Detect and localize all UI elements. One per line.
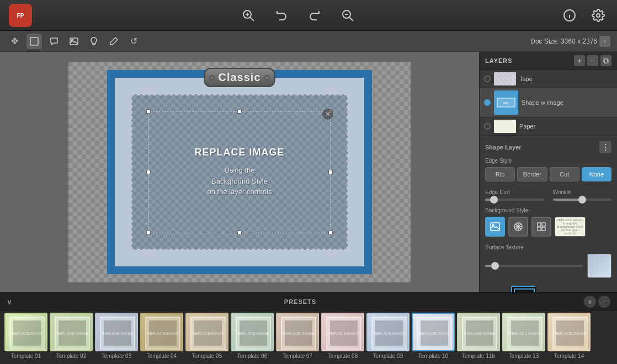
preset-label-04: Template 04 (147, 353, 177, 359)
refresh-tool[interactable]: ↺ (126, 34, 141, 49)
edge-curl-thumb[interactable] (490, 196, 498, 204)
main-content: Classic (0, 52, 617, 292)
preset-item-14[interactable]: REPLACE IMAGETemplate 14 (547, 313, 591, 359)
preset-item-07[interactable]: REPLACE IMAGETemplate 07 (276, 313, 319, 359)
svg-text:REPLACE IMAGE: REPLACE IMAGE (192, 331, 224, 335)
svg-point-27 (605, 144, 606, 145)
canvas-background: Classic (68, 62, 411, 282)
preset-thumb-06: REPLACE IMAGE (231, 313, 274, 351)
svg-text:REPLACE IMAGE: REPLACE IMAGE (147, 331, 179, 335)
edge-border-button[interactable]: Border (517, 167, 547, 181)
preset-label-06: Template 06 (237, 353, 267, 359)
edge-none-button[interactable]: None (582, 167, 611, 181)
speech-tool[interactable] (46, 34, 62, 49)
bg-style-thumbnail: REPLACE IMAGE Using the Background Style… (555, 217, 586, 237)
handle-bm[interactable] (237, 231, 242, 235)
layer-item-paper[interactable]: Paper (480, 117, 617, 136)
preset-label-11b: Template 11b (462, 353, 495, 359)
rect-tool[interactable] (26, 34, 42, 49)
layer-radio-shape-w-image[interactable] (484, 99, 491, 106)
layer-item-tape[interactable]: Tape (480, 70, 617, 88)
info-button[interactable] (560, 6, 579, 25)
surface-texture-track[interactable] (485, 265, 583, 267)
edge-curl-track[interactable] (485, 199, 544, 201)
sub-toolbar: ✥ ↺ Doc Size: 3360 x 2376 › (0, 31, 617, 52)
edge-curl-slider[interactable] (485, 199, 544, 201)
lightbulb-tool[interactable] (86, 34, 102, 49)
preset-item-02[interactable]: REPLACE IMAGETemplate 02 (50, 313, 93, 359)
edge-cut-button[interactable]: Cut (550, 167, 579, 181)
image-tool[interactable] (66, 34, 82, 49)
handle-bl[interactable] (146, 231, 151, 235)
surface-texture-preview (587, 254, 611, 278)
add-preset-button[interactable]: + (584, 296, 596, 308)
settings-button[interactable] (588, 6, 608, 25)
preset-item-10[interactable]: REPLACE IMAGETemplate 10 (412, 313, 455, 359)
shape-layer-title: Shape Layer (485, 141, 611, 153)
edge-curl-label: Edge Curl (485, 189, 544, 195)
zoom-out-button[interactable] (338, 6, 358, 25)
edge-rip-button[interactable]: Rip (485, 167, 515, 181)
preset-thumb-09: REPLACE IMAGE (366, 313, 409, 351)
move-tool[interactable]: ✥ (7, 34, 22, 49)
preset-item-01[interactable]: REPLACE IMAGETemplate 01 (4, 313, 47, 359)
wrinkle-track[interactable] (553, 199, 612, 201)
preset-item-06[interactable]: REPLACE IMAGETemplate 06 (231, 313, 274, 359)
svg-text:FP: FP (17, 13, 24, 19)
canvas-area: Classic (0, 52, 479, 292)
layer-label-paper: Paper (519, 123, 613, 130)
layer-item-shape-w-image[interactable]: IMG Shape w image (480, 88, 617, 117)
presets-toggle-button[interactable]: ∨ (7, 297, 12, 306)
surface-texture-thumb[interactable] (491, 262, 499, 270)
expand-button[interactable]: › (599, 36, 610, 47)
zoom-in-button[interactable] (238, 6, 258, 25)
preset-label-10: Template 10 (418, 353, 448, 359)
preset-item-11b[interactable]: REPLACE IMAGETemplate 11b (457, 313, 500, 359)
preset-item-04[interactable]: REPLACE IMAGETemplate 04 (140, 313, 183, 359)
preset-item-03[interactable]: REPLACE IMAGETemplate 03 (95, 313, 138, 359)
copy-layer-button[interactable]: ⧉ (600, 55, 611, 66)
inner-image-area[interactable]: ✕ REPLACE IMAGE Using the Background Sty… (131, 94, 348, 250)
redo-button[interactable] (305, 6, 325, 25)
layer-thumb-shape-w-image: IMG (494, 90, 518, 115)
preset-item-08[interactable]: REPLACE IMAGETemplate 08 (321, 313, 364, 359)
remove-preset-button[interactable]: − (598, 296, 610, 308)
handle-lm[interactable] (146, 170, 151, 174)
svg-text:IMG: IMG (503, 101, 509, 105)
close-overlay-button[interactable]: ✕ (322, 109, 333, 120)
remove-layer-button[interactable]: − (587, 55, 598, 66)
wrinkle-slider[interactable] (553, 199, 612, 201)
preset-item-09[interactable]: REPLACE IMAGETemplate 09 (366, 313, 409, 359)
bg-style-tile-button[interactable] (531, 217, 551, 237)
undo-button[interactable] (272, 6, 291, 25)
layer-radio-paper[interactable] (484, 123, 491, 130)
bg-style-image-button[interactable] (485, 217, 505, 237)
add-layer-button[interactable]: + (574, 55, 585, 66)
wrinkle-thumb[interactable] (578, 196, 586, 204)
handle-br[interactable] (328, 231, 333, 235)
svg-rect-33 (538, 223, 541, 226)
svg-point-28 (605, 147, 606, 148)
layer-radio-tape[interactable] (484, 76, 491, 82)
pen-tool[interactable] (106, 34, 121, 49)
svg-text:REPLACE IMAGE: REPLACE IMAGE (56, 331, 88, 335)
edge-style-label: Edge Style (485, 158, 611, 164)
surface-texture-slider[interactable] (485, 265, 583, 267)
shape-layer-options-button[interactable] (599, 141, 611, 153)
handle-rm[interactable] (328, 170, 333, 174)
presets-scroll[interactable]: REPLACE IMAGETemplate 01REPLACE IMAGETem… (0, 311, 617, 364)
wrinkle-fill (553, 199, 582, 201)
preset-item-13[interactable]: REPLACE IMAGETemplate 13 (502, 313, 545, 359)
preset-label-05: Template 05 (192, 353, 222, 359)
preset-thumb-01: REPLACE IMAGE (4, 313, 47, 351)
preset-thumb-10: REPLACE IMAGE (412, 313, 455, 351)
handle-tm[interactable] (237, 109, 242, 114)
replace-image-text: REPLACE IMAGE (194, 147, 284, 158)
shape-layer-label: Shape Layer (485, 144, 521, 151)
bg-style-pattern-button[interactable] (508, 217, 528, 237)
layers-title: LAYERS (485, 57, 513, 64)
preset-item-05[interactable]: REPLACE IMAGETemplate 05 (185, 313, 228, 359)
handle-tl[interactable] (146, 109, 151, 114)
classic-label: Classic (204, 68, 275, 87)
shape-thumbnail[interactable] (511, 286, 535, 292)
